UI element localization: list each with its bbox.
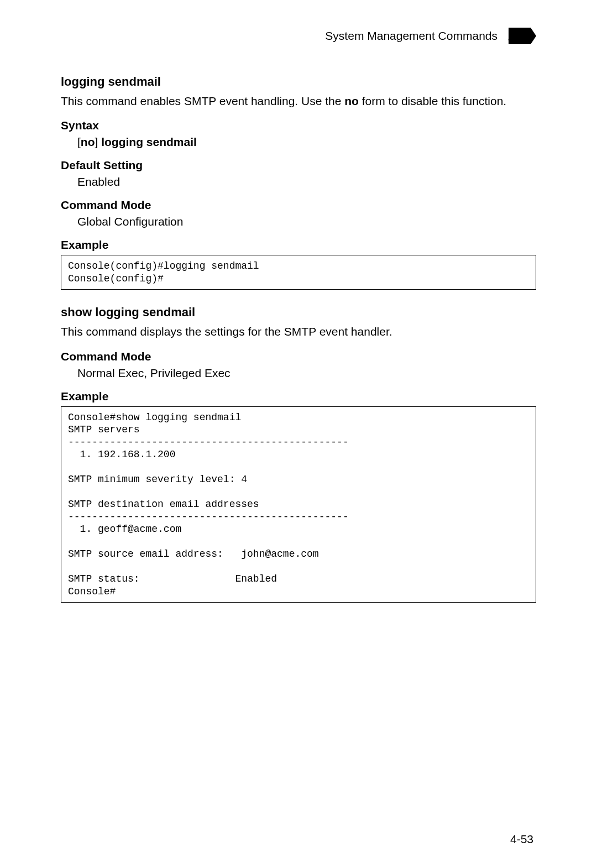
command-mode-value-2: Normal Exec, Privileged Exec — [61, 367, 536, 380]
section1-description: This command enables SMTP event handling… — [61, 93, 536, 109]
example-label-1: Example — [61, 238, 536, 252]
command-mode-label-1: Command Mode — [61, 198, 536, 212]
desc-bold-no: no — [344, 95, 359, 107]
example-code-1: Console(config)#logging sendmail Console… — [61, 255, 536, 290]
header-title: System Management Commands — [325, 29, 498, 43]
command-mode-label-2: Command Mode — [61, 350, 536, 363]
syntax-cmd: logging sendmail — [98, 135, 197, 148]
syntax-no: no — [81, 135, 95, 148]
chapter-number: 4 — [509, 25, 520, 48]
section2-description: This command displays the settings for t… — [61, 324, 536, 339]
page-header: System Management Commands 4 — [61, 22, 536, 50]
default-setting-value: Enabled — [61, 175, 536, 189]
section-heading-logging-sendmail: logging sendmail — [61, 75, 536, 89]
page-number: 4-53 — [510, 833, 533, 846]
section-heading-show-logging-sendmail: show logging sendmail — [61, 305, 536, 320]
example-code-2: Console#show logging sendmail SMTP serve… — [61, 406, 536, 603]
chapter-tab-icon: 4 — [509, 22, 536, 50]
command-mode-value-1: Global Configuration — [61, 215, 536, 228]
syntax-line: [no] logging sendmail — [61, 135, 536, 149]
default-setting-label: Default Setting — [61, 159, 536, 172]
desc-post: form to disable this function. — [359, 95, 506, 107]
example-label-2: Example — [61, 390, 536, 403]
syntax-label: Syntax — [61, 119, 536, 132]
desc-pre: This command enables SMTP event handling… — [61, 95, 344, 107]
